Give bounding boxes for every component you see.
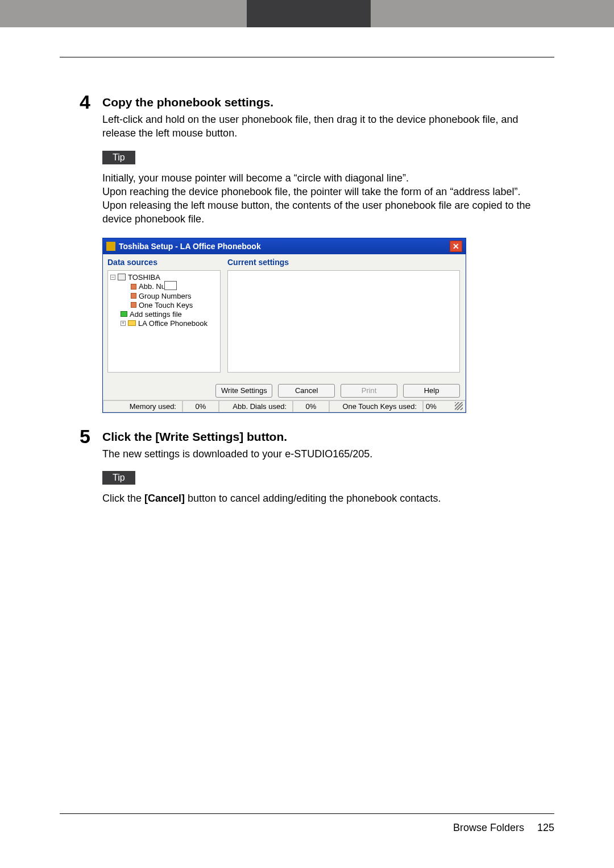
step-5-block: 5 Click the [Write Settings] button. The… xyxy=(102,430,546,506)
current-settings-heading: Current settings xyxy=(227,258,460,267)
bottom-rule xyxy=(60,813,554,814)
tip-label: Tip xyxy=(102,471,135,485)
tree-abb-numbers[interactable]: Abb. Nu xyxy=(110,282,218,291)
abb-dials-label: Abb. Dials used: xyxy=(219,400,293,412)
one-touch-value: 0% xyxy=(426,402,437,411)
folder-icon xyxy=(128,320,136,326)
current-settings-pane: Current settings xyxy=(225,254,466,379)
add-icon xyxy=(121,311,127,317)
close-icon[interactable]: ✕ xyxy=(450,241,462,252)
window-title: Toshiba Setup - LA Office Phonebook xyxy=(119,242,261,251)
drag-cursor-icon xyxy=(164,281,177,290)
write-settings-button[interactable]: Write Settings xyxy=(215,384,272,398)
step-4-number: 4 xyxy=(80,91,90,113)
tip-prefix: Click the xyxy=(102,493,144,504)
one-touch-label: One Touch Keys used: xyxy=(329,400,423,412)
tree-label: TOSHIBA xyxy=(128,273,160,282)
leaf-icon xyxy=(131,284,136,290)
help-button[interactable]: Help xyxy=(403,384,460,398)
step-4-body: Left-click and hold on the user phoneboo… xyxy=(102,113,546,140)
tree-add-settings-file[interactable]: Add settings file xyxy=(110,310,218,319)
leaf-icon xyxy=(131,293,136,299)
tip-bold: [Cancel] xyxy=(144,493,185,504)
tip-line-2: Upon reaching the device phonebook file,… xyxy=(102,186,520,197)
step-4-heading: Copy the phonebook settings. xyxy=(102,96,546,109)
step-4-tip-text: Initially, your mouse pointer will becom… xyxy=(102,171,546,226)
device-icon xyxy=(118,274,126,280)
abb-dials-value: 0% xyxy=(293,400,329,412)
tree-label: Add settings file xyxy=(130,310,182,319)
tip-line-1: Initially, your mouse pointer will becom… xyxy=(102,172,409,184)
footer-section: Browse Folders xyxy=(453,822,524,833)
band-dark-mid xyxy=(247,0,371,27)
window-button-row: Write Settings Cancel Print Help xyxy=(103,379,466,400)
leaf-icon xyxy=(131,302,136,308)
collapse-icon[interactable]: − xyxy=(110,275,115,280)
page-header-band xyxy=(0,0,614,27)
data-sources-pane: Data sources − TOSHIBA Abb. Nu xyxy=(103,254,225,379)
tip-label: Tip xyxy=(102,151,135,164)
tree-label: Abb. Nu xyxy=(139,282,165,291)
toshiba-setup-window: Toshiba Setup - LA Office Phonebook ✕ Da… xyxy=(102,238,466,413)
step-5-heading: Click the [Write Settings] button. xyxy=(102,430,546,444)
top-rule xyxy=(60,57,554,57)
tree-label: LA Office Phonebook xyxy=(138,319,208,328)
step-5-number: 5 xyxy=(80,425,90,448)
data-sources-tree[interactable]: − TOSHIBA Abb. Nu Group Numbers xyxy=(107,270,221,373)
status-bar: Memory used: 0% Abb. Dials used: 0% One … xyxy=(103,400,466,412)
band-gray-right xyxy=(371,0,614,27)
step-5-tip-text: Click the [Cancel] button to cancel addi… xyxy=(102,491,546,505)
tree-label: Group Numbers xyxy=(139,292,191,300)
tip-suffix: button to cancel adding/editing the phon… xyxy=(185,493,441,504)
app-icon xyxy=(106,242,115,251)
resize-grip-icon[interactable] xyxy=(455,402,463,410)
page-footer: Browse Folders 125 xyxy=(453,822,554,834)
footer-page-number: 125 xyxy=(537,822,554,833)
band-gray-left xyxy=(0,0,247,27)
memory-used-value: 0% xyxy=(182,400,219,412)
memory-used-label: Memory used: xyxy=(103,400,182,412)
window-titlebar[interactable]: Toshiba Setup - LA Office Phonebook ✕ xyxy=(103,238,466,254)
tree-group-numbers[interactable]: Group Numbers xyxy=(110,292,218,300)
data-sources-heading: Data sources xyxy=(107,258,221,267)
print-button[interactable]: Print xyxy=(341,384,397,398)
step-5-body: The new settings is downloaded to your e… xyxy=(102,447,546,461)
tree-one-touch-keys[interactable]: One Touch Keys xyxy=(110,301,218,309)
tree-root-toshiba[interactable]: − TOSHIBA xyxy=(110,273,218,282)
step-4-block: 4 Copy the phonebook settings. Left-clic… xyxy=(102,96,546,413)
expand-icon[interactable]: + xyxy=(121,321,126,326)
window-body: Data sources − TOSHIBA Abb. Nu xyxy=(103,254,466,379)
current-settings-area xyxy=(227,270,460,373)
tree-la-office-phonebook[interactable]: + LA Office Phonebook xyxy=(110,319,218,328)
tree-label: One Touch Keys xyxy=(139,301,193,309)
cancel-button[interactable]: Cancel xyxy=(278,384,335,398)
tip-line-3: Upon releasing the left mouse button, th… xyxy=(102,200,531,225)
